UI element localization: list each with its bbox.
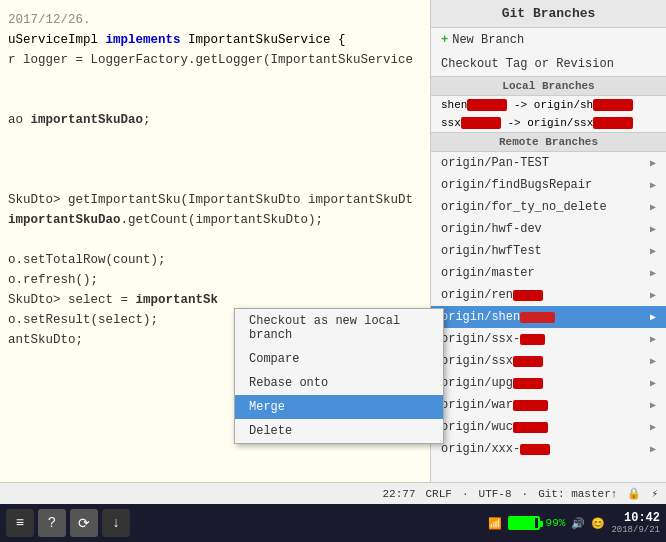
branch-arrow: ▶ <box>650 245 656 257</box>
code-line-4 <box>8 90 422 110</box>
context-menu-item-checkout[interactable]: Checkout as new local branch <box>235 309 443 347</box>
code-line-10: importantSkuDao.getCount(importantSkuDto… <box>8 210 422 230</box>
branch-arrow: ▶ <box>650 443 656 455</box>
context-menu-item-rebase[interactable]: Rebase onto <box>235 371 443 395</box>
taskbar-icon-volume: 🔊 <box>571 517 585 530</box>
remote-branch-findbugsrepair[interactable]: origin/findBugsRepair ▶ <box>431 174 666 196</box>
status-bar: 22:77 CRLF · UTF-8 · Git: master↑ 🔒 ⚡ <box>0 482 666 504</box>
status-icon-1: 🔒 <box>627 487 641 500</box>
checkout-tag-action[interactable]: Checkout Tag or Revision <box>431 52 666 76</box>
taskbar-icon-signal: 📶 <box>488 517 502 530</box>
taskbar-icon-1[interactable]: ≡ <box>6 509 34 537</box>
local-branch-2[interactable]: ssx -> origin/ssx <box>431 114 666 132</box>
remote-branch-war[interactable]: origin/war ▶ <box>431 394 666 416</box>
remote-branch-ren[interactable]: origin/ren ▶ <box>431 284 666 306</box>
context-menu: Checkout as new local branch Compare Reb… <box>234 308 444 444</box>
taskbar-system-tray: 📶 99% 🔊 😊 10:42 2018/9/21 <box>488 511 660 535</box>
branch-arrow: ▶ <box>650 201 656 213</box>
branch-arrow: ▶ <box>650 223 656 235</box>
code-line-13: o.refresh(); <box>8 270 422 290</box>
taskbar-icon-2[interactable]: ? <box>38 509 66 537</box>
code-line-2: r logger = LoggerFactory.getLogger(Impor… <box>8 50 422 70</box>
local-branches-header: Local Branches <box>431 76 666 96</box>
remote-branch-wuc[interactable]: origin/wuc ▶ <box>431 416 666 438</box>
branch-arrow: ▶ <box>650 289 656 301</box>
git-branches-panel: Git Branches + New Branch Checkout Tag o… <box>430 0 666 490</box>
code-line-3 <box>8 70 422 90</box>
taskbar-icon-smiley: 😊 <box>591 517 605 530</box>
status-separator-1: CRLF <box>426 488 452 500</box>
code-line-7 <box>8 150 422 170</box>
remote-branch-upg[interactable]: origin/upg ▶ <box>431 372 666 394</box>
battery-fill <box>510 518 535 528</box>
taskbar: ≡ ? ⟳ ↓ 📶 99% 🔊 😊 10:42 2018/9/21 <box>0 504 666 542</box>
code-line-6 <box>8 130 422 150</box>
remote-branch-for-ty-no-delete[interactable]: origin/for_ty_no_delete ▶ <box>431 196 666 218</box>
branch-arrow: ▶ <box>650 157 656 169</box>
remote-branches-header: Remote Branches <box>431 132 666 152</box>
clock-date: 2018/9/21 <box>611 525 660 535</box>
code-line-12: o.setTotalRow(count); <box>8 250 422 270</box>
new-branch-action[interactable]: + New Branch <box>431 28 666 52</box>
branch-arrow: ▶ <box>650 355 656 367</box>
code-line-8 <box>8 170 422 190</box>
code-line-9: SkuDto> getImportantSku(ImportantSkuDto … <box>8 190 422 210</box>
clock-time: 10:42 <box>624 511 660 525</box>
checkout-tag-label: Checkout Tag or Revision <box>441 57 614 71</box>
branch-arrow: ▶ <box>650 311 656 323</box>
code-date-comment: 2017/12/26. <box>8 10 422 30</box>
context-menu-item-delete[interactable]: Delete <box>235 419 443 443</box>
branch-arrow: ▶ <box>650 399 656 411</box>
git-panel-title: Git Branches <box>431 0 666 28</box>
taskbar-icon-4[interactable]: ↓ <box>102 509 130 537</box>
context-menu-item-merge[interactable]: Merge <box>235 395 443 419</box>
branch-arrow: ▶ <box>650 333 656 345</box>
battery-indicator <box>508 516 540 530</box>
branch-arrow: ▶ <box>650 179 656 191</box>
remote-branch-xxx[interactable]: origin/xxx- ▶ <box>431 438 666 460</box>
branch-arrow: ▶ <box>650 377 656 389</box>
code-line-5: ao importantSkuDao; <box>8 110 422 130</box>
context-menu-item-compare[interactable]: Compare <box>235 347 443 371</box>
battery-percent: 99% <box>546 517 566 529</box>
remote-branch-pan-test[interactable]: origin/Pan-TEST ▶ <box>431 152 666 174</box>
encoding-label: UTF-8 <box>479 488 512 500</box>
remote-branch-master[interactable]: origin/master ▶ <box>431 262 666 284</box>
remote-branch-shen-active[interactable]: origin/shen ▶ <box>431 306 666 328</box>
code-line-11 <box>8 230 422 250</box>
status-separator-dot1: · <box>462 488 469 500</box>
git-status: Git: master↑ <box>538 488 617 500</box>
remote-branch-hwf-dev[interactable]: origin/hwf-dev ▶ <box>431 218 666 240</box>
cursor-position: 22:77 <box>383 488 416 500</box>
remote-branch-ssx-1[interactable]: origin/ssx- ▶ <box>431 328 666 350</box>
code-line-1: uServiceImpl implements ImportantSkuServ… <box>8 30 422 50</box>
branch-arrow: ▶ <box>650 421 656 433</box>
remote-branch-hwftest[interactable]: origin/hwfTest ▶ <box>431 240 666 262</box>
new-branch-label: New Branch <box>452 33 524 47</box>
taskbar-icon-3[interactable]: ⟳ <box>70 509 98 537</box>
branch-arrow: ▶ <box>650 267 656 279</box>
plus-icon: + <box>441 33 448 47</box>
code-line-14: SkuDto> select = importantSk <box>8 290 422 310</box>
status-separator-dot2: · <box>522 488 529 500</box>
remote-branch-ssx-2[interactable]: origin/ssx ▶ <box>431 350 666 372</box>
clock: 10:42 2018/9/21 <box>611 511 660 535</box>
local-branch-1[interactable]: shen -> origin/sh <box>431 96 666 114</box>
status-icon-2: ⚡ <box>651 487 658 500</box>
